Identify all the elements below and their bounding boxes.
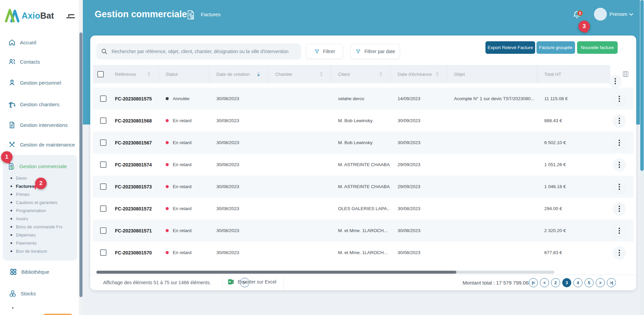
export-releve-facture-button[interactable]: Export Relevé Facture — [485, 41, 535, 54]
sidebar-item-accueil[interactable]: Accueil — [8, 37, 36, 47]
row-actions-kebab[interactable] — [613, 246, 626, 259]
sidebar-item-bibliotheque[interactable]: Bibliothèque — [9, 267, 49, 277]
sidebar-item-gestion-commerciale[interactable]: Gestion commerciale — [7, 161, 67, 171]
sidebar-subitem-devis[interactable]: Devis — [10, 175, 27, 181]
pagination-page-5[interactable]: 5 — [585, 278, 594, 287]
nouvelle-facture-button[interactable]: Nouvelle facture — [577, 41, 618, 54]
sidebar-item-gestion-chantiers[interactable]: Gestion chantiers — [8, 99, 59, 109]
pagination-prev-button[interactable]: < — [540, 278, 549, 287]
divider — [283, 275, 284, 291]
breadcrumb[interactable]: Factures — [201, 12, 220, 17]
sort-icons[interactable]: ∧∨ — [257, 72, 260, 76]
row-actions-kebab[interactable] — [613, 114, 626, 127]
pagination-first-button[interactable]: |< — [529, 278, 538, 287]
bullet-icon — [10, 234, 12, 236]
facture-groupee-button[interactable]: Facture groupée — [536, 41, 575, 54]
status-dot — [166, 163, 169, 166]
page-scrollbar-thumb[interactable] — [640, 0, 644, 171]
sidebar-item-contacts[interactable]: Contacts — [8, 57, 40, 67]
column-header-reference[interactable]: Référence ∧∨ — [115, 65, 159, 83]
bullet-icon — [12, 307, 14, 309]
status-dot — [166, 207, 169, 210]
column-header-objet[interactable]: Objet — [447, 65, 537, 83]
sidebar-subitem-paiements[interactable]: Paiements — [10, 240, 37, 246]
status-dot — [166, 119, 169, 122]
bullet-icon — [10, 242, 12, 244]
sidebar-item-gestion-maintenance[interactable]: Gestion de maintenance — [8, 139, 75, 150]
sort-icons[interactable]: ∧∨ — [380, 72, 382, 76]
pagination-last-button[interactable]: >| — [607, 278, 616, 287]
row-checkbox[interactable] — [100, 249, 106, 256]
table-row[interactable]: FC-20230801573 En retard 30/08/2023 M. A… — [93, 176, 634, 198]
table-scrollbar-thumb[interactable] — [96, 271, 456, 274]
table-row[interactable]: FC-20230801572 En retard 30/08/2023 OLES… — [93, 198, 634, 220]
pagination-page-3-active[interactable]: 3 — [562, 278, 571, 287]
table-row[interactable]: FC-20230801568 En retard 30/08/2023 M. B… — [93, 110, 634, 132]
sort-icons[interactable]: ∧∨ — [436, 72, 438, 76]
sidebar-subitem-avoirs[interactable]: Avoirs — [10, 216, 28, 222]
row-checkbox[interactable] — [100, 161, 106, 168]
column-header-client[interactable]: Client ∧∨ — [331, 65, 390, 83]
column-header-chantier[interactable]: Chantier ∧∨ — [268, 65, 331, 83]
sidebar-item-stocks[interactable]: Stocks — [9, 288, 36, 298]
sidebar-subitem-programmation[interactable]: Programmation — [10, 207, 46, 213]
bullet-icon — [10, 194, 12, 195]
sidebar-subitem-bon-livraison[interactable]: Bon de livraison — [10, 248, 47, 254]
row-actions-kebab[interactable] — [613, 92, 626, 105]
sidebar-subitem-bons-commande[interactable]: Bons de commande Frs — [10, 224, 63, 230]
contacts-icon — [8, 58, 16, 66]
notification-count-badge: 0 — [577, 10, 583, 16]
filter-by-date-button[interactable]: Filtrer par date — [351, 44, 400, 59]
row-checkbox[interactable] — [100, 205, 106, 212]
cutoff-orange-button[interactable] — [43, 314, 73, 315]
step-2-badge: 2 — [35, 178, 47, 189]
avatar[interactable] — [594, 8, 607, 21]
user-menu[interactable]: Prenom — [610, 11, 627, 17]
filter-button[interactable]: Filtrer — [306, 44, 343, 59]
table-columns-icon[interactable] — [622, 70, 629, 78]
table-row[interactable]: FC-20230801571 En retard 30/08/2023 M. e… — [93, 220, 634, 242]
status-dot — [166, 97, 169, 100]
pagination-next-button[interactable]: > — [596, 278, 605, 287]
excel-icon — [228, 278, 234, 285]
sidebar-collapse-icon[interactable] — [66, 14, 75, 20]
step-3-badge: 3 — [578, 21, 590, 32]
column-header-date-echeance[interactable]: Date d'échéance ∧∨ — [390, 65, 447, 83]
pagination: |< < 2 3 4 5 > >| — [529, 278, 616, 287]
sort-icons[interactable]: ∧∨ — [148, 72, 150, 76]
select-all-checkbox[interactable] — [97, 71, 104, 77]
column-header-statut[interactable]: Statut — [159, 65, 209, 83]
table-row[interactable]: FC-20230801567 En retard 30/08/2023 M. B… — [93, 132, 634, 154]
app-logo[interactable]: AxioBat — [5, 8, 54, 23]
row-checkbox[interactable] — [100, 183, 106, 190]
sidebar-scrollbar-thumb[interactable] — [79, 32, 82, 297]
column-header-total-ht[interactable]: Total HT — [537, 65, 610, 83]
document-icon — [8, 121, 16, 129]
row-actions-kebab[interactable] — [613, 224, 626, 237]
pagination-page-4[interactable]: 4 — [573, 278, 582, 287]
sidebar-item-gestion-personnel[interactable]: Gestion personnel — [8, 77, 61, 88]
row-checkbox[interactable] — [100, 227, 106, 234]
sort-icons[interactable]: ∧∨ — [320, 72, 323, 76]
sidebar-subitem-depenses[interactable]: Dépenses — [10, 232, 36, 238]
row-checkbox[interactable] — [100, 95, 106, 102]
chevron-down-icon[interactable] — [629, 13, 634, 16]
row-checkbox[interactable] — [100, 117, 106, 124]
row-actions-kebab[interactable] — [613, 202, 626, 215]
column-header-date-creation[interactable]: Date de création ∧∨ — [209, 65, 268, 83]
row-checkbox[interactable] — [100, 139, 106, 146]
bullet-icon — [10, 250, 12, 252]
row-actions-kebab[interactable] — [613, 158, 626, 171]
export-excel-button[interactable]: Exporter sur Excel — [228, 278, 276, 285]
invoice-euro-icon — [186, 10, 195, 20]
table-row[interactable]: FC-20230801570 En retard 30/08/2023 M. e… — [93, 242, 634, 264]
sidebar-subitem-primes[interactable]: Primes — [10, 191, 29, 197]
table-row[interactable]: FC-20230801574 En retard 30/08/2023 M. A… — [93, 154, 634, 176]
pagination-page-2[interactable]: 2 — [551, 278, 560, 287]
row-actions-kebab[interactable] — [613, 136, 626, 149]
sidebar-item-gestion-interventions[interactable]: Gestion interventions — [8, 120, 68, 130]
sidebar-subitem-cautions[interactable]: Cautions et garanties — [10, 199, 57, 205]
search-input[interactable] — [112, 49, 296, 54]
table-row[interactable]: FC-20230801575 Annulée 30/08/2023 selahe… — [93, 88, 634, 110]
row-actions-kebab[interactable] — [613, 180, 626, 193]
